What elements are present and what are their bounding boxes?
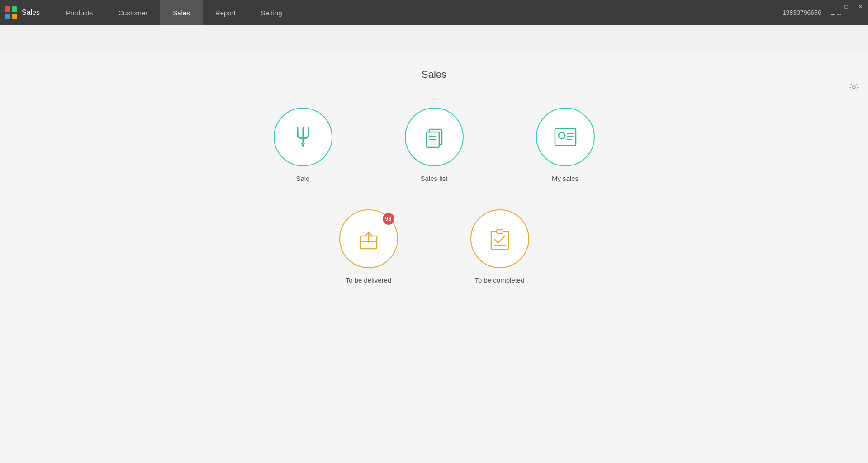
list-icon [421,124,447,150]
nav-sales[interactable]: Sales [160,0,203,25]
gear-icon [849,82,859,92]
cards-row-2: 98 To be delivered [231,209,638,284]
main-content: Sales Sale [0,51,868,463]
nav-items: Products Customer Sales Report Setting [53,0,295,25]
card-circle-my-sales [536,108,595,166]
svg-point-10 [559,132,565,139]
profile-icon [552,126,579,148]
card-to-be-completed[interactable]: To be completed [470,209,529,284]
cards-section: Sale Sales list [231,108,638,311]
card-sale[interactable]: Sale [274,108,332,182]
nav-products[interactable]: Products [53,0,105,25]
upload-icon [357,226,380,251]
logo-cell-green [12,6,18,12]
pen-icon [291,124,315,150]
card-circle-completed [470,209,529,268]
minimize-button[interactable]: — [825,0,839,14]
nav-report[interactable]: Report [203,0,248,25]
phone-number: 19830796656 [783,9,821,16]
card-label-sales-list: Sales list [420,175,447,182]
app-logo: Sales [5,6,40,19]
maximize-button[interactable]: □ [839,0,854,14]
card-circle-sales-list [405,108,464,166]
app-title: Sales [22,9,40,17]
card-label-completed: To be completed [474,276,524,284]
logo-grid [5,6,17,19]
close-button[interactable]: ✕ [854,0,868,14]
card-circle-sale [274,108,332,166]
logo-cell-red [5,6,10,12]
card-label-sale: Sale [296,175,309,182]
nav-setting[interactable]: Setting [248,0,295,25]
navbar: Sales Products Customer Sales Report Set… [0,0,868,25]
logo-cell-blue [5,14,10,19]
page-title: Sales [422,69,446,80]
nav-customer[interactable]: Customer [105,0,160,25]
card-sales-list[interactable]: Sales list [405,108,464,182]
delivered-badge: 98 [383,213,394,225]
checklist-icon [488,226,512,251]
svg-rect-19 [497,230,503,233]
card-my-sales[interactable]: My sales [536,108,595,182]
card-label-delivered: To be delivered [346,276,392,284]
svg-point-0 [853,86,855,89]
cards-row-1: Sale Sales list [231,108,638,182]
card-to-be-delivered[interactable]: 98 To be delivered [339,209,398,284]
settings-icon-wrapper[interactable] [849,82,859,92]
card-label-my-sales: My sales [552,175,579,182]
logo-cell-orange [12,14,18,19]
card-circle-delivered: 98 [339,209,398,268]
